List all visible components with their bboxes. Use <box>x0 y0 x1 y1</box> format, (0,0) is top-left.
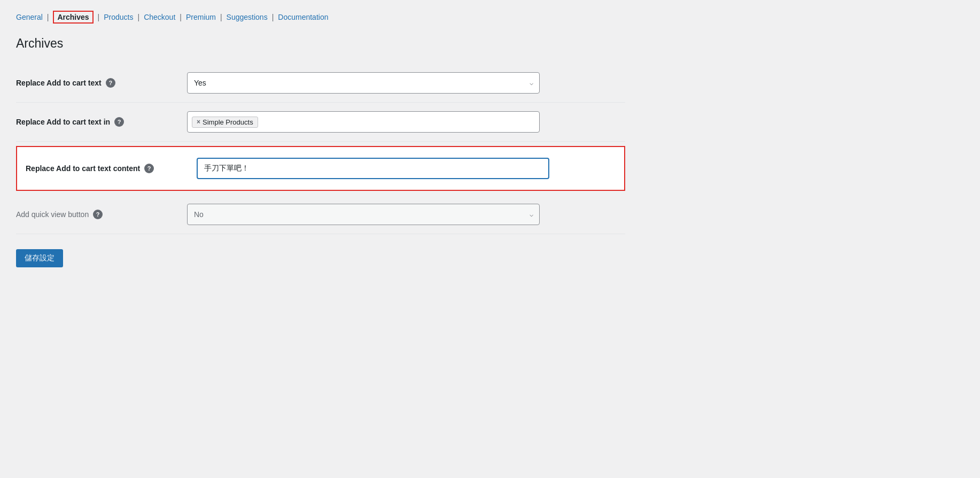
form-row-replace-add-to-cart-text-in: Replace Add to cart text in ? × Simple P… <box>16 103 625 142</box>
select-wrapper-2: No Yes ⌵ <box>187 204 540 225</box>
nav-separator-6: | <box>272 13 274 21</box>
label-add-quick-view-button: Add quick view button <box>16 210 89 219</box>
form-control-cell-2: × Simple Products <box>187 111 540 133</box>
form-row-add-quick-view-button: Add quick view button ? No Yes ⌵ <box>16 195 625 234</box>
select-wrapper-1: Yes No ⌵ <box>187 72 540 94</box>
tab-suggestions[interactable]: Suggestions <box>227 13 268 21</box>
form-control-cell-4: No Yes ⌵ <box>187 204 540 225</box>
nav-separator-2: | <box>98 13 100 21</box>
label-replace-add-to-cart-text: Replace Add to cart text <box>16 79 102 87</box>
tab-archives[interactable]: Archives <box>53 11 93 24</box>
page-title: Archives <box>16 36 625 51</box>
label-replace-add-to-cart-text-content: Replace Add to cart text content <box>26 164 140 173</box>
help-icon-2[interactable]: ? <box>114 117 124 127</box>
help-icon-1[interactable]: ? <box>106 78 115 88</box>
form-row-replace-add-to-cart-text-content-highlighted: Replace Add to cart text content ? <box>16 146 625 191</box>
form-label-cell-3: Replace Add to cart text content ? <box>26 164 197 173</box>
form-control-cell-1: Yes No ⌵ <box>187 72 540 94</box>
form-label-cell-2: Replace Add to cart text in ? <box>16 117 187 127</box>
save-button[interactable]: 儲存設定 <box>16 249 63 267</box>
nav-separator-3: | <box>138 13 140 21</box>
add-quick-view-button-select[interactable]: No Yes <box>187 204 540 225</box>
tag-remove-icon[interactable]: × <box>197 119 200 125</box>
nav-separator-1: | <box>47 13 49 21</box>
form-label-cell-4: Add quick view button ? <box>16 210 187 219</box>
form-control-cell-3 <box>197 158 549 179</box>
highlighted-row-inner: Replace Add to cart text content ? <box>17 147 624 190</box>
replace-add-to-cart-text-select[interactable]: Yes No <box>187 72 540 94</box>
tag-label: Simple Products <box>203 118 253 126</box>
nav-separator-5: | <box>220 13 222 21</box>
form-section: Replace Add to cart text ? Yes No ⌵ Repl… <box>16 64 625 267</box>
tab-documentation[interactable]: Documentation <box>278 13 328 21</box>
nav-tabs: General | Archives | Products | Checkout… <box>16 11 625 24</box>
help-icon-4[interactable]: ? <box>93 210 103 219</box>
form-label-cell-1: Replace Add to cart text ? <box>16 78 187 88</box>
nav-separator-4: | <box>180 13 182 21</box>
tab-premium[interactable]: Premium <box>186 13 216 21</box>
tag-simple-products: × Simple Products <box>192 117 258 128</box>
tab-checkout[interactable]: Checkout <box>144 13 175 21</box>
help-icon-3[interactable]: ? <box>144 164 154 173</box>
form-row-replace-add-to-cart-text: Replace Add to cart text ? Yes No ⌵ <box>16 64 625 103</box>
tab-general[interactable]: General <box>16 13 43 21</box>
label-replace-add-to-cart-text-in: Replace Add to cart text in <box>16 118 110 126</box>
tab-products[interactable]: Products <box>104 13 133 21</box>
save-button-wrapper: 儲存設定 <box>16 245 625 267</box>
tag-input-wrapper[interactable]: × Simple Products <box>187 111 540 133</box>
replace-add-to-cart-text-content-input[interactable] <box>197 158 549 179</box>
